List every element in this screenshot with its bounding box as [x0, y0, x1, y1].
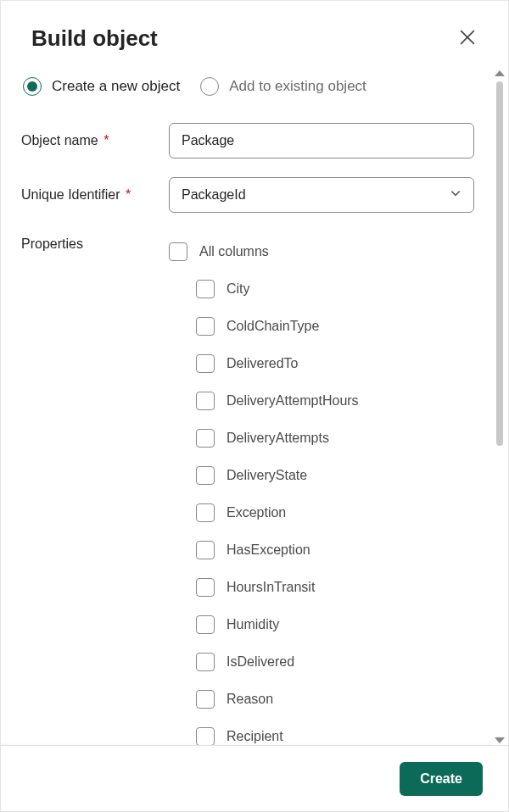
required-asterisk: *: [122, 187, 131, 202]
checkbox-property[interactable]: DeliveryAttemptHours: [169, 382, 474, 420]
checkbox-all-columns[interactable]: All columns: [169, 233, 474, 270]
checkbox-icon: [196, 503, 215, 522]
checkbox-label: Reason: [227, 692, 273, 707]
dialog-footer: Create: [1, 745, 508, 811]
checkbox-label: HasException: [227, 542, 310, 558]
properties-label: Properties: [20, 231, 169, 252]
checkbox-icon: [196, 317, 215, 336]
required-asterisk: *: [100, 133, 109, 147]
checkbox-icon: [196, 280, 215, 298]
checkbox-property[interactable]: DeliveryAttempts: [169, 420, 474, 457]
checkbox-label: All columns: [199, 244, 269, 259]
dialog-body: Create a new object Add to existing obje…: [1, 69, 508, 745]
build-object-dialog: Build object Create a new object Add to …: [0, 0, 509, 812]
checkbox-label: Exception: [227, 505, 286, 520]
checkbox-label: DeliveryAttempts: [227, 431, 329, 446]
dialog-header: Build object: [1, 1, 508, 69]
checkbox-icon: [196, 466, 215, 485]
checkbox-property[interactable]: City: [169, 270, 474, 308]
unique-identifier-row: Unique Identifier * PackageId: [20, 177, 474, 213]
scroll-track[interactable]: [496, 81, 503, 732]
checkbox-icon: [196, 690, 215, 709]
checkbox-property[interactable]: Exception: [169, 494, 474, 531]
checkbox-icon: [196, 354, 215, 373]
object-name-label: Object name *: [20, 133, 169, 148]
checkbox-property[interactable]: IsDelivered: [169, 643, 474, 681]
checkbox-label: IsDelivered: [227, 654, 294, 670]
object-name-row: Object name *: [20, 123, 474, 159]
checkbox-icon: [169, 242, 187, 261]
radio-add-existing[interactable]: Add to existing object: [200, 77, 366, 96]
create-button[interactable]: Create: [400, 762, 483, 796]
scroll-down-arrow-icon[interactable]: [495, 737, 505, 743]
properties-list: All columns CityColdChainTypeDeliveredTo…: [169, 231, 474, 745]
checkbox-property[interactable]: DeliveredTo: [169, 345, 474, 382]
radio-label: Create a new object: [52, 78, 180, 95]
checkbox-label: DeliveredTo: [227, 356, 298, 371]
form-scroll-area: Create a new object Add to existing obje…: [1, 69, 491, 745]
radio-icon: [23, 77, 42, 96]
checkbox-label: HoursInTransit: [227, 580, 315, 595]
radio-icon: [200, 77, 219, 96]
radio-create-new[interactable]: Create a new object: [23, 77, 180, 96]
properties-row: Properties All columns CityColdChainType…: [20, 231, 474, 745]
select-value: PackageId: [182, 187, 246, 203]
object-name-input[interactable]: [169, 123, 474, 159]
checkbox-property[interactable]: HoursInTransit: [169, 569, 474, 606]
scroll-thumb[interactable]: [496, 81, 503, 446]
checkbox-icon: [196, 429, 215, 448]
checkbox-icon: [196, 653, 215, 671]
checkbox-icon: [196, 541, 215, 559]
checkbox-icon: [196, 615, 215, 634]
checkbox-property[interactable]: HasException: [169, 531, 474, 569]
checkbox-label: Recipient: [227, 729, 283, 744]
checkbox-label: City: [227, 281, 250, 297]
vertical-scrollbar[interactable]: [491, 69, 508, 745]
checkbox-label: Humidity: [227, 617, 279, 632]
mode-radio-group: Create a new object Add to existing obje…: [20, 77, 474, 96]
checkbox-icon: [196, 392, 215, 410]
checkbox-label: DeliveryAttemptHours: [227, 393, 359, 409]
checkbox-property[interactable]: ColdChainType: [169, 308, 474, 345]
radio-label: Add to existing object: [229, 78, 366, 95]
dialog-title: Build object: [31, 25, 158, 52]
checkbox-icon: [196, 578, 215, 597]
chevron-down-icon: [450, 187, 461, 203]
checkbox-property[interactable]: DeliveryState: [169, 457, 474, 494]
checkbox-property[interactable]: Recipient: [169, 718, 474, 745]
close-icon: [460, 30, 475, 47]
unique-identifier-label: Unique Identifier *: [20, 187, 169, 203]
checkbox-label: ColdChainType: [227, 319, 319, 334]
checkbox-property[interactable]: Reason: [169, 681, 474, 718]
unique-identifier-select[interactable]: PackageId: [169, 177, 474, 213]
checkbox-icon: [196, 727, 215, 745]
close-button[interactable]: [454, 25, 481, 52]
checkbox-property[interactable]: Humidity: [169, 606, 474, 643]
scroll-up-arrow-icon[interactable]: [495, 70, 505, 76]
checkbox-label: DeliveryState: [227, 468, 307, 483]
